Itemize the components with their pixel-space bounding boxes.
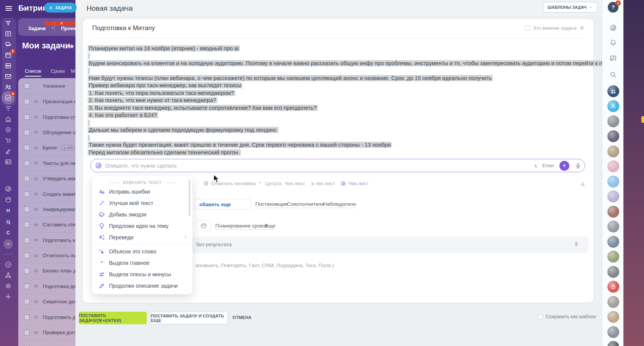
task-row-label[interactable]: Подготовка дог: [43, 284, 75, 289]
rail-mail-icon[interactable]: [5, 73, 12, 80]
deadline-planning-link[interactable]: Планирование сроков: [215, 223, 268, 230]
rail-feed-icon[interactable]: [5, 30, 12, 37]
description-line[interactable]: Нам будут нужны тезисы (план вебинара, о…: [88, 75, 493, 82]
drag-handle-icon[interactable]: [34, 145, 39, 151]
tab-deadlines[interactable]: Сроки: [51, 68, 65, 76]
tab-more[interactable]: М: [71, 68, 75, 76]
task-row[interactable]: Подготовить на: [18, 233, 75, 248]
task-checkbox[interactable]: [24, 284, 30, 289]
task-checkbox[interactable]: [24, 299, 30, 304]
important-checkbox[interactable]: [525, 26, 530, 31]
font-format-button[interactable]: А: [581, 181, 585, 187]
rail-help-icon[interactable]: ?: [5, 261, 12, 268]
user-avatar[interactable]: [607, 176, 619, 187]
group-avatar[interactable]: [607, 85, 619, 97]
menu-scrollbar[interactable]: [189, 180, 190, 216]
task-checkbox[interactable]: [24, 222, 30, 227]
co-executors-link[interactable]: Соисполнители: [287, 201, 324, 208]
drag-handle-icon[interactable]: [34, 160, 39, 166]
drag-handle-icon[interactable]: [34, 99, 39, 104]
star-icon[interactable]: [69, 43, 75, 50]
description-line[interactable]: 4. Как это работает в Б24?: [88, 112, 158, 119]
task-row-label[interactable]: Унифицировать: [43, 207, 75, 212]
task-row-label[interactable]: Утвердить маке: [43, 176, 75, 181]
task-checkbox[interactable]: [24, 191, 30, 197]
rail-drive-icon[interactable]: [5, 62, 12, 69]
task-row[interactable]: Отчетность по: [18, 248, 75, 263]
user-avatar[interactable]: [607, 206, 619, 218]
description-line[interactable]: [88, 52, 90, 60]
rail-settings-icon[interactable]: [5, 282, 12, 290]
task-row-label[interactable]: Подготовить на: [43, 237, 75, 243]
task-row-label[interactable]: Буклеты: [43, 145, 57, 151]
add-responsible-button[interactable]: обавить еще: [194, 199, 252, 210]
description-line[interactable]: Пример вебинара про таск-менеджер, как в…: [88, 82, 242, 90]
drag-handle-icon[interactable]: [34, 130, 39, 135]
result-field[interactable]: без результата: [192, 237, 589, 253]
task-row-label[interactable]: Подготовка сту: [43, 114, 75, 120]
user-avatar[interactable]: [607, 160, 619, 172]
user-avatar[interactable]: [607, 311, 619, 323]
task-row[interactable]: Тексты для лен: [18, 156, 75, 171]
task-checkbox[interactable]: [24, 237, 30, 243]
rail-groups-icon[interactable]: [5, 83, 12, 91]
user-icon-avatar[interactable]: [607, 100, 619, 112]
more-link[interactable]: Еще: [265, 223, 275, 230]
user-avatar[interactable]: [607, 266, 619, 278]
drag-handle-icon[interactable]: [34, 176, 39, 181]
copilot-menu-item[interactable]: Объясни это слово: [92, 246, 192, 257]
copilot-send-button[interactable]: [559, 161, 569, 171]
copilot-menu-item[interactable]: Добавь эмодзи: [92, 209, 192, 220]
task-checkbox[interactable]: [24, 145, 30, 151]
rail-calendar-icon[interactable]: 2: [5, 51, 12, 59]
tab-list[interactable]: Список: [25, 68, 41, 77]
task-row[interactable]: Обсуждение оф: [18, 125, 75, 140]
description-line[interactable]: Будем анонсировать на клиентов и на холо…: [88, 60, 624, 67]
task-checkbox[interactable]: [24, 314, 30, 320]
task-checkbox[interactable]: [24, 176, 30, 181]
rail-letter-item[interactable]: Ц: [0, 219, 16, 224]
task-row[interactable]: Секретное дело: [18, 294, 75, 309]
task-row-label[interactable]: Создать макеты: [43, 191, 75, 197]
drag-handle-icon[interactable]: [34, 237, 39, 243]
task-row-label[interactable]: Проверка догов: [43, 330, 75, 335]
task-row-label[interactable]: Обсуждение оф: [43, 130, 75, 135]
submit-and-create-button[interactable]: ПОСТАВИТЬ ЗАДАЧУ И СОЗДАТЬ ЕЩЕ: [151, 312, 228, 324]
copilot-menu-item[interactable]: AИсправь ошибки: [92, 186, 192, 197]
open-task-tab[interactable]: ЗАДАЧА: [44, 3, 77, 13]
task-settings-gear-icon[interactable]: [528, 5, 536, 12]
rail-pulse-icon[interactable]: [5, 19, 12, 27]
select-all-checkbox[interactable]: [24, 83, 30, 89]
hamburger-menu-icon[interactable]: [5, 4, 13, 13]
description-line[interactable]: [88, 119, 90, 127]
task-row[interactable]: Составить спис: [18, 217, 75, 232]
task-templates-button[interactable]: ШАБЛОНЫ ЗАДАЧ: [543, 2, 598, 13]
rail-bell-icon[interactable]: [609, 39, 617, 46]
drag-handle-icon[interactable]: [34, 253, 39, 258]
description-line[interactable]: [88, 67, 90, 75]
copilot-menu-item[interactable]: АяПереведи: [92, 232, 192, 243]
rail-search-icon[interactable]: [609, 71, 617, 78]
rail-dialog-icon[interactable]: [609, 54, 617, 62]
rail-storage-icon[interactable]: [5, 196, 12, 203]
user-avatar[interactable]: [607, 236, 619, 248]
rail-integrations-icon[interactable]: [5, 272, 12, 279]
drag-handle-icon[interactable]: [34, 207, 39, 212]
rail-contacts-icon[interactable]: [5, 158, 12, 165]
cancel-button[interactable]: ОТМЕНА: [232, 315, 252, 320]
save-as-template-control[interactable]: Сохранить как шаблон: [538, 314, 596, 319]
task-row-label[interactable]: Отчетность по: [43, 253, 75, 258]
task-checkbox[interactable]: [24, 253, 30, 258]
task-row[interactable]: Проверка догов: [18, 325, 75, 340]
task-row[interactable]: [18, 340, 75, 346]
rail-collapse-button[interactable]: [3, 239, 13, 249]
task-row-label[interactable]: Бизнес-план дл: [43, 268, 75, 274]
rail-copilot-icon[interactable]: [609, 24, 617, 32]
rail-sign-icon[interactable]: [5, 147, 12, 155]
close-icon[interactable]: [49, 6, 53, 10]
rail-shop-icon[interactable]: [5, 137, 12, 144]
drag-handle-icon[interactable]: [34, 191, 39, 197]
drag-handle-icon[interactable]: [34, 114, 39, 120]
task-row[interactable]: Подготовка сту: [18, 109, 75, 125]
task-row[interactable]: Буклеты0/3: [18, 140, 75, 155]
